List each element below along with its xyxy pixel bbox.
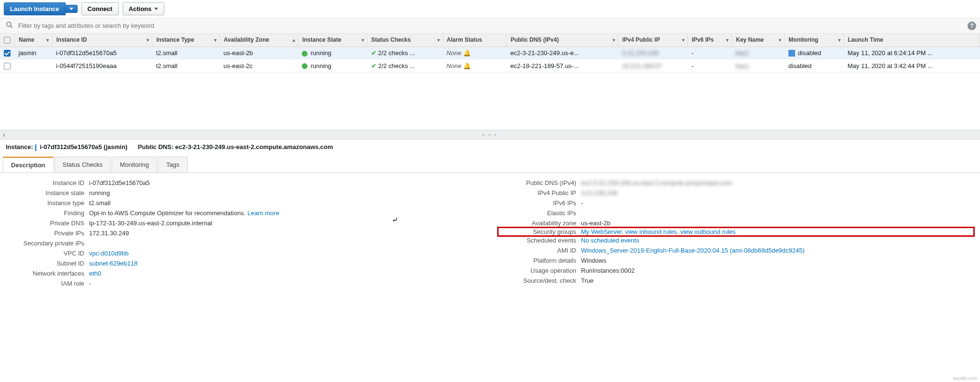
col-public-ip[interactable]: IPv4 Public IP▾ <box>618 34 687 46</box>
ami-link[interactable]: Windows_Server-2019-English-Full-Base-20… <box>581 247 805 254</box>
row-checkbox[interactable] <box>4 50 11 57</box>
kv-value: ip-172-31-30-249.us-east-2.compute.inter… <box>89 220 480 227</box>
filter-input[interactable] <box>17 22 968 30</box>
kv-label: Subnet ID <box>8 260 89 267</box>
launch-instance-button[interactable]: Launch Instance <box>4 2 66 15</box>
table-row[interactable]: i-0544f72515190eaaa t2.small us-east-2c … <box>0 59 980 72</box>
cursor-icon: ⤶ <box>392 215 398 224</box>
col-launch-time[interactable]: Launch Time <box>844 34 980 46</box>
sort-icon: ▾ <box>613 37 615 43</box>
cell-checks: ✔2/2 checks ... <box>367 46 443 59</box>
kv-value: running <box>89 189 480 197</box>
chevron-left-icon[interactable]: ‹ <box>3 131 5 139</box>
help-icon[interactable]: ? <box>968 22 976 30</box>
check-pass-icon: ✔ <box>371 62 376 69</box>
instances-table: Name▾ Instance ID▾ Instance Type▾ Availa… <box>0 34 980 72</box>
kv-label: AMI ID <box>500 247 581 254</box>
launch-instance-dropdown[interactable] <box>65 5 78 13</box>
vpc-link[interactable]: vpc-d010d9bb <box>89 250 128 257</box>
sort-icon: ▾ <box>437 37 440 43</box>
kv-value: Opt-in to AWS Compute Optimizer for reco… <box>89 209 480 217</box>
security-group-link[interactable]: My WebServer <box>581 228 622 235</box>
col-instance-id[interactable]: Instance ID▾ <box>52 34 152 46</box>
col-instance-type[interactable]: Instance Type▾ <box>152 34 220 46</box>
cell-az: us-east-2b <box>220 46 298 59</box>
kv-label: Usage operation <box>500 267 581 274</box>
kv-value <box>89 240 480 247</box>
col-name[interactable]: Name▾ <box>15 34 52 46</box>
view-outbound-link[interactable]: view outbound rules <box>680 228 736 235</box>
col-public-dns[interactable]: Public DNS (IPv4)▾ <box>506 34 618 46</box>
col-availability-zone[interactable]: Availability Zone▴ <box>220 34 298 46</box>
kv-label: Finding <box>8 209 89 217</box>
tab-monitoring[interactable]: Monitoring <box>112 157 157 173</box>
col-alarm-status[interactable]: Alarm Status <box>443 34 506 46</box>
launch-instance-label: Launch Instance <box>10 5 59 12</box>
kv-label: Security groups <box>500 228 581 235</box>
cell-ltime: May 11, 2020 at 6:24:14 PM ... <box>844 46 980 59</box>
scheduled-events-link[interactable]: No scheduled events <box>581 237 639 244</box>
tab-description[interactable]: Description <box>3 157 54 173</box>
row-checkbox[interactable] <box>4 63 11 69</box>
kv-value: 3.21.230.249 <box>581 189 972 197</box>
sort-icon: ▾ <box>46 37 49 43</box>
sort-icon: ▾ <box>779 37 781 43</box>
caret-down-icon <box>69 8 73 10</box>
kv-value: i-07df312d5e15670a5 <box>89 179 480 186</box>
pane-splitter[interactable]: ‹ • • • <box>0 130 980 139</box>
kv-label: Network interfaces <box>8 270 89 277</box>
sort-icon: ▾ <box>726 37 729 43</box>
actions-button[interactable]: Actions <box>123 2 165 15</box>
col-monitoring[interactable]: Monitoring▾ <box>785 34 844 46</box>
search-icon <box>6 21 13 30</box>
tab-status-checks[interactable]: Status Checks <box>55 157 111 173</box>
view-inbound-link[interactable]: view inbound rules <box>625 228 677 235</box>
instance-id-title: i-07df312d5e15670a5 (jasmin) <box>40 143 127 150</box>
caret-down-icon <box>154 8 158 10</box>
kv-label: IPv6 IPs <box>500 199 581 207</box>
cell-pip: 18.221.189.57 <box>618 59 687 72</box>
cell-alarm: None 🔔 <box>443 59 506 72</box>
select-all-checkbox[interactable] <box>4 37 11 44</box>
learn-more-link[interactable]: Learn more <box>247 209 279 217</box>
cell-mon: disabled <box>785 46 844 59</box>
kv-value: No scheduled events <box>581 237 972 244</box>
alarm-bell-icon[interactable]: 🔔 <box>463 49 471 57</box>
kv-value: subnet-629eb118 <box>89 260 480 267</box>
public-dns-value: ec2-3-21-230-249.us-east-2.compute.amazo… <box>175 143 333 150</box>
alarm-bell-icon[interactable]: 🔔 <box>463 62 471 69</box>
subnet-link[interactable]: subnet-629eb118 <box>89 260 137 267</box>
kv-label: IPv4 Public IP <box>500 189 581 197</box>
kv-value: vpc-d010d9bb <box>89 250 480 257</box>
cell-key: key1 <box>732 59 785 72</box>
description-right-column: Public DNS (IPv4)ec2-3-21-230-249.us-eas… <box>500 178 972 289</box>
kv-label: IAM role <box>8 280 89 287</box>
kv-label: Public DNS (IPv4) <box>500 179 581 186</box>
col-ipv6[interactable]: IPv6 IPs▾ <box>688 34 732 46</box>
cell-ltime: May 11, 2020 at 3:42:44 PM ... <box>844 59 980 72</box>
description-left-column: Instance IDi-07df312d5e15670a5 Instance … <box>8 178 480 289</box>
svg-point-0 <box>7 22 11 26</box>
kv-label: Elastic IPs <box>500 209 581 217</box>
svg-line-1 <box>11 26 12 28</box>
eth0-link[interactable]: eth0 <box>89 270 101 277</box>
connect-label: Connect <box>88 5 113 12</box>
status-running-icon <box>302 63 308 69</box>
filter-bar: ? <box>0 18 980 34</box>
cell-key: key1 <box>732 46 785 59</box>
tab-tags[interactable]: Tags <box>158 157 187 173</box>
drag-handle-icon[interactable]: • • • <box>482 132 497 137</box>
col-instance-state[interactable]: Instance State▾ <box>298 34 367 46</box>
kv-value: 172.31.30.249 <box>89 230 480 237</box>
kv-value: True <box>581 277 972 284</box>
kv-label: Availability zone <box>500 220 581 227</box>
kv-label: Instance state <box>8 189 89 197</box>
connect-button[interactable]: Connect <box>81 2 119 15</box>
col-key-name[interactable]: Key Name▾ <box>732 34 785 46</box>
kv-value: - <box>89 280 480 287</box>
kv-label: VPC ID <box>8 250 89 257</box>
kv-label: Secondary private IPs <box>8 240 89 247</box>
col-status-checks[interactable]: Status Checks▾ <box>367 34 443 46</box>
kv-value <box>581 209 972 217</box>
table-row[interactable]: jasmin i-07df312d5e15670a5 t2.small us-e… <box>0 46 980 59</box>
